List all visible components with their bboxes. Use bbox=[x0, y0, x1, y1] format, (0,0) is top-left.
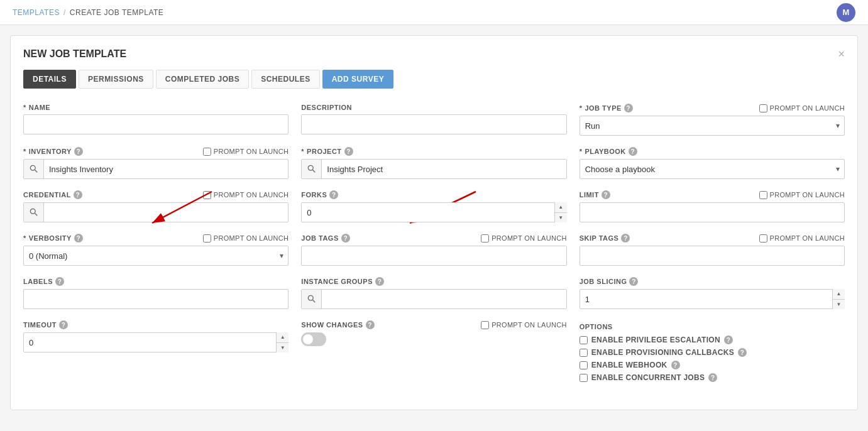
tab-add-survey[interactable]: ADD SURVEY bbox=[322, 70, 393, 89]
breadcrumb-templates[interactable]: TEMPLATES bbox=[13, 8, 60, 17]
option-webhook-help-icon[interactable]: ? bbox=[671, 361, 680, 369]
skip-tags-input[interactable] bbox=[580, 246, 845, 266]
labels-label: LABELS bbox=[23, 278, 53, 285]
instance-groups-input[interactable] bbox=[322, 290, 566, 308]
skip-tags-label: SKIP TAGS bbox=[580, 234, 619, 242]
tab-details[interactable]: DETAILS bbox=[23, 70, 76, 89]
inventory-required: * bbox=[23, 148, 26, 155]
credential-search-btn[interactable] bbox=[24, 203, 44, 222]
user-avatar[interactable]: M bbox=[837, 3, 855, 22]
limit-help-icon[interactable]: ? bbox=[602, 190, 610, 199]
playbook-select-wrapper: Choose a playbook bbox=[580, 159, 845, 179]
playbook-help-icon[interactable]: ? bbox=[629, 147, 637, 156]
option-provisioning-callbacks: ENABLE PROVISIONING CALLBACKS ? bbox=[580, 348, 845, 357]
option-webhook-checkbox[interactable] bbox=[580, 361, 588, 369]
description-input[interactable] bbox=[301, 114, 566, 134]
tab-schedules[interactable]: SCHEDULES bbox=[251, 70, 320, 89]
name-label: NAME bbox=[29, 104, 50, 111]
inventory-input[interactable] bbox=[44, 160, 288, 178]
job-slicing-field-group: JOB SLICING ? ▲ ▼ bbox=[580, 277, 845, 309]
credential-prompt-checkbox[interactable] bbox=[203, 191, 211, 199]
credential-input[interactable] bbox=[44, 203, 288, 222]
forks-decrement-btn[interactable]: ▼ bbox=[555, 213, 567, 223]
search-icon bbox=[30, 165, 38, 173]
show-changes-toggle[interactable] bbox=[301, 332, 326, 346]
inventory-help-icon[interactable]: ? bbox=[74, 147, 83, 156]
verbosity-prompt-checkbox[interactable] bbox=[203, 234, 211, 243]
job-slicing-input[interactable] bbox=[580, 289, 845, 309]
forks-input[interactable] bbox=[301, 202, 566, 222]
option-concurrent-jobs-checkbox[interactable] bbox=[580, 374, 588, 382]
name-input[interactable] bbox=[23, 114, 288, 134]
show-changes-help-icon[interactable]: ? bbox=[366, 320, 375, 329]
forks-spinner-wrapper: ▲ ▼ bbox=[301, 202, 566, 222]
labels-input[interactable] bbox=[23, 289, 288, 309]
instance-groups-field-group: INSTANCE GROUPS ? bbox=[301, 277, 566, 309]
show-changes-prompt-checkbox[interactable] bbox=[481, 321, 489, 329]
option-privilege-escalation-label: ENABLE PRIVILEGE ESCALATION bbox=[591, 336, 720, 344]
job-tags-prompt-text: PROMPT ON LAUNCH bbox=[492, 234, 567, 242]
timeout-decrement-btn[interactable]: ▼ bbox=[277, 343, 288, 353]
option-privilege-escalation-checkbox[interactable] bbox=[580, 336, 588, 344]
inventory-prompt-checkbox[interactable] bbox=[203, 148, 211, 156]
forks-help-icon[interactable]: ? bbox=[329, 190, 338, 199]
verbosity-select[interactable]: 0 (Normal) 1 (Verbose) 2 (More Verbose) … bbox=[23, 246, 288, 266]
forks-increment-btn[interactable]: ▲ bbox=[555, 202, 567, 213]
job-type-prompt-checkbox[interactable] bbox=[759, 104, 767, 112]
show-changes-prompt-label: PROMPT ON LAUNCH bbox=[481, 321, 567, 329]
job-tags-prompt-checkbox[interactable] bbox=[481, 234, 489, 243]
tab-permissions[interactable]: PERMISSIONS bbox=[79, 70, 153, 89]
job-tags-help-icon[interactable]: ? bbox=[341, 234, 350, 243]
verbosity-select-wrapper: 0 (Normal) 1 (Verbose) 2 (More Verbose) … bbox=[23, 246, 288, 266]
option-webhook-label: ENABLE WEBHOOK bbox=[591, 361, 667, 369]
job-slicing-decrement-btn[interactable]: ▼ bbox=[833, 300, 845, 310]
job-slicing-increment-btn[interactable]: ▲ bbox=[833, 289, 845, 300]
tab-completed-jobs[interactable]: COMPLETED JOBS bbox=[156, 70, 249, 89]
skip-tags-field-group: SKIP TAGS ? PROMPT ON LAUNCH bbox=[580, 234, 845, 266]
close-button[interactable]: × bbox=[838, 48, 845, 60]
options-field-group: OPTIONS ENABLE PRIVILEGE ESCALATION ? EN… bbox=[580, 323, 845, 386]
verbosity-help-icon[interactable]: ? bbox=[74, 234, 83, 243]
verbosity-prompt-label: PROMPT ON LAUNCH bbox=[203, 234, 289, 243]
job-type-select-wrapper: Run Check bbox=[580, 116, 845, 136]
skip-tags-help-icon[interactable]: ? bbox=[621, 234, 630, 243]
timeout-input[interactable] bbox=[23, 332, 288, 352]
instance-groups-search-btn[interactable] bbox=[302, 290, 322, 308]
skip-tags-prompt-checkbox[interactable] bbox=[759, 234, 767, 243]
limit-input[interactable] bbox=[580, 202, 845, 222]
job-tags-input[interactable] bbox=[301, 246, 566, 266]
playbook-required: * bbox=[580, 148, 583, 155]
option-concurrent-jobs-label: ENABLE CONCURRENT JOBS bbox=[591, 373, 705, 382]
instance-groups-help-icon[interactable]: ? bbox=[375, 277, 384, 286]
project-search-btn[interactable] bbox=[302, 160, 322, 178]
credential-help-icon[interactable]: ? bbox=[74, 190, 82, 199]
job-slicing-help-icon[interactable]: ? bbox=[629, 277, 638, 286]
inventory-prompt-text: PROMPT ON LAUNCH bbox=[214, 148, 289, 155]
project-input[interactable] bbox=[322, 160, 566, 178]
show-changes-prompt-text: PROMPT ON LAUNCH bbox=[492, 321, 567, 329]
job-type-help-icon[interactable]: ? bbox=[624, 104, 633, 112]
instance-groups-search-wrapper bbox=[301, 289, 566, 309]
project-search-wrapper bbox=[301, 159, 566, 179]
skip-tags-prompt-text: PROMPT ON LAUNCH bbox=[770, 234, 845, 242]
svg-point-10 bbox=[308, 295, 313, 300]
playbook-select[interactable]: Choose a playbook bbox=[580, 159, 845, 179]
timeout-help-icon[interactable]: ? bbox=[59, 320, 68, 329]
option-provisioning-callbacks-help-icon[interactable]: ? bbox=[738, 348, 747, 357]
job-type-select[interactable]: Run Check bbox=[580, 116, 845, 136]
form-area: * NAME DESCRIPTION * bbox=[23, 104, 845, 397]
credential-label: CREDENTIAL bbox=[23, 191, 71, 199]
option-privilege-escalation-help-icon[interactable]: ? bbox=[724, 336, 733, 344]
limit-prompt-checkbox[interactable] bbox=[759, 191, 767, 199]
inventory-search-btn[interactable] bbox=[24, 160, 44, 178]
labels-help-icon[interactable]: ? bbox=[55, 277, 64, 286]
svg-point-8 bbox=[30, 209, 35, 214]
option-provisioning-callbacks-checkbox[interactable] bbox=[580, 349, 588, 357]
timeout-increment-btn[interactable]: ▲ bbox=[277, 332, 288, 343]
show-changes-slider bbox=[301, 332, 326, 346]
form-grid: * NAME DESCRIPTION * bbox=[23, 104, 845, 397]
project-help-icon[interactable]: ? bbox=[344, 147, 353, 156]
option-webhook: ENABLE WEBHOOK ? bbox=[580, 361, 845, 369]
inventory-search-wrapper bbox=[23, 159, 288, 179]
option-concurrent-jobs-help-icon[interactable]: ? bbox=[708, 373, 717, 382]
